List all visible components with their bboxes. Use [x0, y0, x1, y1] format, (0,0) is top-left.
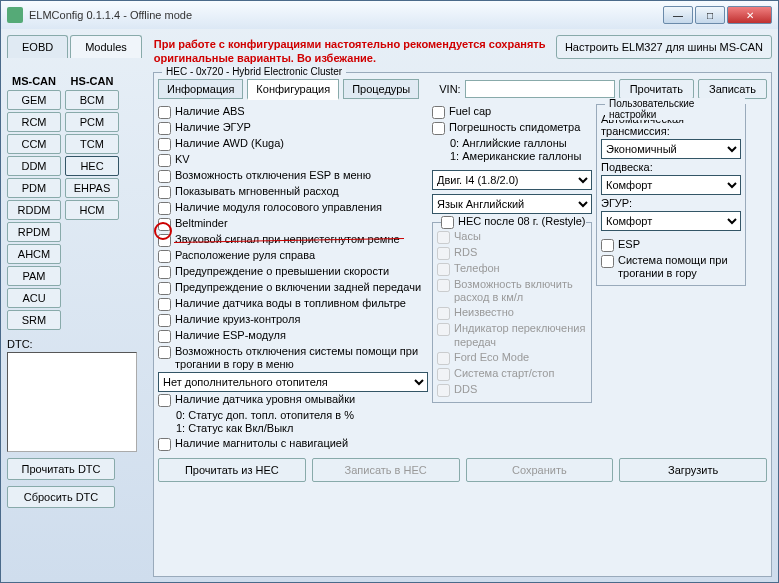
checkbox-item[interactable]: Fuel cap: [432, 104, 592, 120]
checkbox-item[interactable]: Наличие ЭГУР: [158, 120, 428, 136]
checkbox-item[interactable]: Наличие датчика уровня омывайки: [158, 392, 428, 408]
module-ahcm[interactable]: AHCM: [7, 244, 61, 264]
checkbox-item[interactable]: Предупреждение о включении задней переда…: [158, 280, 428, 296]
module-rddm[interactable]: RDDM: [7, 200, 61, 220]
checkbox[interactable]: [158, 250, 171, 263]
module-ddm[interactable]: DDM: [7, 156, 61, 176]
module-pam[interactable]: PAM: [7, 266, 61, 286]
minimize-button[interactable]: —: [663, 6, 693, 24]
heater-select[interactable]: Нет дополнительного отопителя: [158, 372, 428, 392]
checkbox-item[interactable]: Beltminder: [158, 216, 428, 232]
checkbox-item[interactable]: ESP: [601, 237, 741, 253]
checkbox-item[interactable]: Наличие ABS: [158, 104, 428, 120]
close-button[interactable]: ✕: [727, 6, 772, 24]
checkbox[interactable]: [158, 218, 171, 231]
setup-elm-button[interactable]: Настроить ELM327 для шины MS-CAN: [556, 35, 772, 59]
checkbox-item[interactable]: Наличие круиз-контроля: [158, 312, 428, 328]
user-settings-title: Пользовательские настройки: [605, 98, 745, 120]
read-dtc-button[interactable]: Прочитать DTC: [7, 458, 115, 480]
module-srm[interactable]: SRM: [7, 310, 61, 330]
checkbox: [437, 323, 450, 336]
warning-text: При работе с конфигурациями настоятельно…: [144, 35, 556, 68]
checkbox-item[interactable]: Звуковой сигнал при непристегнутом ремне: [158, 232, 428, 248]
checkbox[interactable]: [158, 394, 171, 407]
module-ehpas[interactable]: EHPAS: [65, 178, 119, 198]
checkbox-item[interactable]: Наличие ESP-модуля: [158, 328, 428, 344]
checkbox-item: Индикатор переключения передач: [437, 321, 587, 349]
app-icon: [7, 7, 23, 23]
module-hcm[interactable]: HCM: [65, 200, 119, 220]
checkbox-item[interactable]: Наличие датчика воды в топливном фильтре: [158, 296, 428, 312]
vin-input[interactable]: [465, 80, 615, 98]
module-pdm[interactable]: PDM: [7, 178, 61, 198]
checkbox-item[interactable]: Возможность отключения системы помощи пр…: [158, 344, 428, 372]
checkbox: [437, 307, 450, 320]
checkbox[interactable]: [432, 106, 445, 119]
reset-dtc-button[interactable]: Сбросить DTC: [7, 486, 115, 508]
checkbox-item[interactable]: Погрешность спидометра: [432, 120, 592, 136]
engine-select[interactable]: Двиг. I4 (1.8/2.0): [432, 170, 592, 190]
checkbox-item[interactable]: Возможность отключения ESP в меню: [158, 168, 428, 184]
trans-select[interactable]: Экономичный: [601, 139, 741, 159]
module-pcm[interactable]: PCM: [65, 112, 119, 132]
checkbox[interactable]: [158, 138, 171, 151]
checkbox[interactable]: [158, 154, 171, 167]
checkbox[interactable]: [158, 266, 171, 279]
write-button[interactable]: Записать: [698, 79, 767, 99]
write-hec-button[interactable]: Записать в HEC: [312, 458, 460, 482]
load-button[interactable]: Загрузить: [619, 458, 767, 482]
module-bcm[interactable]: BCM: [65, 90, 119, 110]
subtab-config[interactable]: Конфигурация: [247, 79, 339, 100]
checkbox-item[interactable]: Система помощи при трогании в гору: [601, 253, 741, 281]
vin-label: VIN:: [439, 83, 460, 95]
lang-select[interactable]: Язык Английский: [432, 194, 592, 214]
subtab-info[interactable]: Информация: [158, 79, 243, 99]
checkbox[interactable]: [158, 122, 171, 135]
maximize-button[interactable]: □: [695, 6, 725, 24]
module-hec[interactable]: HEC: [65, 156, 119, 176]
checkbox-item[interactable]: KV: [158, 152, 428, 168]
checkbox-item: Часы: [437, 229, 587, 245]
checkbox[interactable]: [601, 255, 614, 268]
module-ccm[interactable]: CCM: [7, 134, 61, 154]
module-gem[interactable]: GEM: [7, 90, 61, 110]
read-button[interactable]: Прочитать: [619, 79, 694, 99]
checkbox-item[interactable]: Наличие AWD (Kuga): [158, 136, 428, 152]
checkbox[interactable]: [158, 438, 171, 451]
dtc-list[interactable]: [7, 352, 137, 452]
checkbox[interactable]: [158, 330, 171, 343]
checkbox-item: Ford Eco Mode: [437, 350, 587, 366]
restyle-checkbox[interactable]: [441, 216, 454, 229]
checkbox-item[interactable]: Расположение руля справа: [158, 248, 428, 264]
checkbox[interactable]: [158, 298, 171, 311]
susp-select[interactable]: Комфорт: [601, 175, 741, 195]
checkbox[interactable]: [158, 314, 171, 327]
checkbox[interactable]: [601, 239, 614, 252]
read-hec-button[interactable]: Прочитать из HEC: [158, 458, 306, 482]
module-rpdm[interactable]: RPDM: [7, 222, 61, 242]
checkbox-item[interactable]: Предупреждение о превышении скорости: [158, 264, 428, 280]
subtab-proc[interactable]: Процедуры: [343, 79, 419, 99]
checkbox-item[interactable]: Показывать мгновенный расход: [158, 184, 428, 200]
checkbox[interactable]: [158, 282, 171, 295]
checkbox: [437, 263, 450, 276]
checkbox-item: Телефон: [437, 261, 587, 277]
checkbox[interactable]: [158, 106, 171, 119]
checkbox: [437, 279, 450, 292]
checkbox[interactable]: [432, 122, 445, 135]
checkbox-item[interactable]: Наличие магнитолы с навигацией: [158, 436, 428, 452]
checkbox[interactable]: [158, 170, 171, 183]
tab-modules[interactable]: Modules: [70, 35, 142, 58]
module-tcm[interactable]: TCM: [65, 134, 119, 154]
checkbox[interactable]: [158, 186, 171, 199]
tab-eobd[interactable]: EOBD: [7, 35, 68, 58]
checkbox: [437, 231, 450, 244]
module-rcm[interactable]: RCM: [7, 112, 61, 132]
checkbox-item[interactable]: Наличие модуля голосового управления: [158, 200, 428, 216]
module-acu[interactable]: ACU: [7, 288, 61, 308]
checkbox[interactable]: [158, 346, 171, 359]
save-button[interactable]: Сохранить: [466, 458, 614, 482]
checkbox[interactable]: [158, 234, 171, 247]
egur-select[interactable]: Комфорт: [601, 211, 741, 231]
checkbox[interactable]: [158, 202, 171, 215]
